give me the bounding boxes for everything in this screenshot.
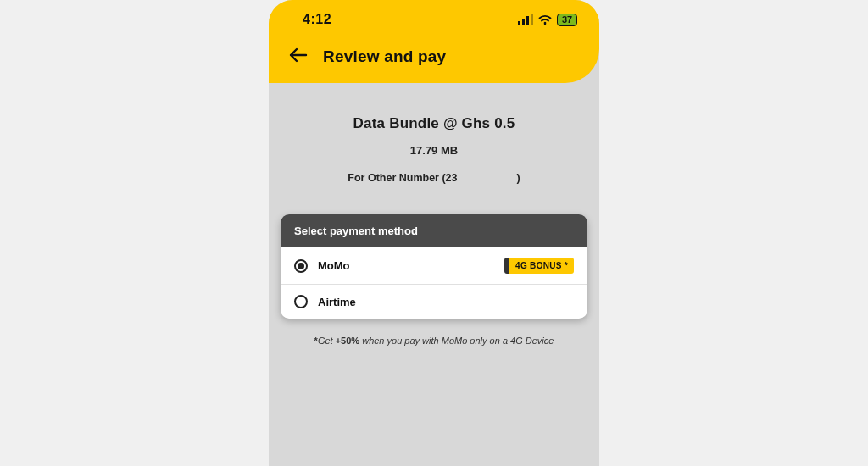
recipient-prefix: For Other Number (23 [348, 172, 457, 184]
payment-option-label: MoMo [318, 259, 494, 272]
svg-point-4 [544, 22, 547, 25]
footnote-lead: Get [318, 336, 336, 346]
payment-option-airtime[interactable]: Airtime [281, 284, 587, 319]
payment-option-momo[interactable]: MoMo 4G BONUS * [281, 247, 587, 284]
status-time: 4:12 [303, 12, 331, 27]
footnote-tail: when you pay with MoMo only on a 4G Devi… [359, 336, 554, 346]
svg-rect-2 [526, 16, 529, 25]
bonus-footnote: *Get +50% when you pay with MoMo only on… [269, 319, 599, 346]
radio-selected-icon [294, 259, 308, 273]
page-title: Review and pay [323, 47, 446, 66]
title-row: Review and pay [269, 36, 599, 68]
radio-unselected-icon [294, 295, 308, 308]
recipient-suffix: ) [517, 172, 520, 184]
signal-icon [518, 14, 533, 25]
battery-icon: 37 [557, 14, 577, 26]
status-icons: 37 [518, 14, 577, 26]
bundle-amount: 17.79 MB [286, 144, 582, 157]
payment-card-title: Select payment method [281, 214, 587, 247]
back-icon[interactable] [289, 47, 308, 66]
app-header: 4:12 [269, 0, 599, 83]
bundle-title: Data Bundle @ Ghs 0.5 [286, 115, 582, 132]
purchase-summary: Data Bundle @ Ghs 0.5 17.79 MB For Other… [269, 83, 599, 206]
status-bar: 4:12 [269, 0, 599, 36]
payment-option-label: Airtime [318, 296, 574, 308]
footnote-bold: +50% [336, 336, 359, 346]
payment-method-card: Select payment method MoMo 4G BONUS * Ai… [281, 214, 587, 319]
svg-rect-1 [522, 19, 525, 25]
svg-rect-0 [518, 21, 520, 25]
svg-rect-3 [531, 14, 533, 25]
wifi-icon [538, 14, 552, 25]
bonus-badge: 4G BONUS * [504, 258, 574, 274]
phone-frame: 4:12 [269, 0, 599, 466]
recipient-line: For Other Number (23) [286, 172, 582, 184]
